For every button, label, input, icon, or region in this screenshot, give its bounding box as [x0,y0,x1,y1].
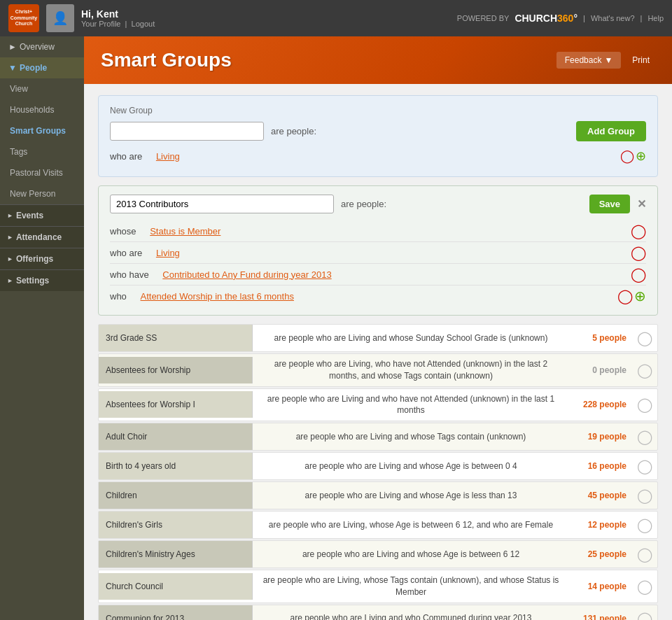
edit-condition-0: whose Status is Member ◯ [110,220,646,242]
greeting-block: Hi, Kent Your Profile | Logout [81,8,155,28]
sidebar-people-header[interactable]: ▼ People [0,57,84,78]
sidebar-section-attendance[interactable]: ► Attendance [0,226,84,248]
offerings-arrow-icon: ► [7,255,13,262]
remove-group-button[interactable]: ◯ [637,579,652,593]
remove-cond1-button[interactable]: ◯ [631,246,646,260]
close-edit-button[interactable]: ✕ [637,197,646,211]
feedback-button[interactable]: Feedback ▼ [556,52,622,69]
edit-condition-3: who Attended Worship in the last 6 month… [110,286,646,307]
remove-condition-button[interactable]: ◯ [620,150,634,162]
remove-group-button[interactable]: ◯ [637,331,652,345]
group-count: 228 people [569,395,632,414]
cond3-link[interactable]: Attended Worship in the last 6 months [140,291,293,302]
brand-logo: CHURCH360° [514,13,578,24]
sidebar-item-smart-groups[interactable]: Smart Groups [0,120,84,141]
remove-group-button[interactable]: ◯ [637,612,652,620]
sidebar-item-pastoral-visits[interactable]: Pastoral Visits [0,162,84,183]
greeting-name: Hi, Kent [81,8,155,20]
condition-link[interactable]: Living [156,151,180,162]
cond0-actions: ◯ [631,224,646,238]
separator2: | [640,14,643,22]
add-condition-button[interactable]: ⊕ [636,150,646,162]
sidebar-item-view[interactable]: View [0,78,84,99]
sidebar-pastoral-label: Pastoral Visits [10,168,63,178]
group-description: are people who are Living and who have n… [253,389,569,421]
remove-group-button[interactable]: ◯ [637,363,652,377]
group-action: ◯ [632,363,657,377]
settings-arrow-icon: ► [7,277,13,284]
feedback-label: Feedback [565,55,602,65]
group-count: 45 people [569,486,632,505]
group-name[interactable]: Communion for 2013 [99,605,253,620]
help-link[interactable]: Help [648,14,664,22]
group-name[interactable]: Absentees for Worship [99,357,253,383]
sidebar-item-overview[interactable]: ► Overview [0,36,84,57]
top-bar-left: Christ+CommunityChurch 👤 Hi, Kent Your P… [8,4,155,32]
page-title: Smart Groups [101,49,232,71]
edit-group-name-input[interactable] [110,195,334,213]
remove-group-button[interactable]: ◯ [637,430,652,444]
sidebar-item-tags[interactable]: Tags [0,141,84,162]
dropdown-arrow-icon: ▼ [604,55,612,65]
group-row: Children's Ministry Ages are people who … [98,540,658,568]
group-action: ◯ [632,518,657,532]
main-content: Smart Groups Feedback ▼ Print New Group … [84,36,672,620]
greeting-links: Your Profile | Logout [81,20,155,28]
add-cond3-button[interactable]: ⊕ [634,289,646,303]
group-action: ◯ [632,612,657,620]
print-label: Print [632,55,650,65]
sidebar-item-households[interactable]: Households [0,99,84,120]
group-description: are people who are Living, whose Tags co… [253,570,569,603]
cond0-link[interactable]: Status is Member [150,226,220,237]
logout-link[interactable]: Logout [132,20,155,28]
top-bar: Christ+CommunityChurch 👤 Hi, Kent Your P… [0,0,672,36]
group-name[interactable]: Children [99,482,253,509]
remove-cond2-button[interactable]: ◯ [631,267,646,281]
remove-group-button[interactable]: ◯ [637,459,652,473]
sidebar-section-events[interactable]: ► Events [0,204,84,226]
group-name[interactable]: Absentees for Worship I [99,391,253,418]
new-group-input[interactable] [110,122,264,141]
group-name[interactable]: Children's Girls [99,512,253,538]
group-name[interactable]: Adult Choir [99,423,253,450]
add-group-button[interactable]: Add Group [576,121,646,141]
group-description: are people who are Living and whose Age … [253,544,569,565]
sidebar-item-new-person[interactable]: New Person [0,183,84,204]
remove-group-button[interactable]: ◯ [637,518,652,532]
profile-link[interactable]: Your Profile [81,20,120,28]
group-row: Birth to 4 years old are people who are … [98,452,658,480]
sidebar-tags-label: Tags [10,147,27,157]
down-arrow-icon: ▼ [8,63,17,73]
attendance-arrow-icon: ► [7,234,13,241]
group-name[interactable]: Children's Ministry Ages [99,541,253,568]
group-count: 5 people [569,329,632,347]
group-description: are people who are Living, whose Age is … [253,515,569,535]
group-row: Children are people who are Living and w… [98,481,658,509]
save-group-button[interactable]: Save [589,195,630,213]
sidebar-attendance-label: Attendance [16,232,62,242]
remove-group-button[interactable]: ◯ [637,488,652,502]
sidebar-section-settings[interactable]: ► Settings [0,269,84,291]
group-name[interactable]: Church Council [99,573,253,600]
group-count: 19 people [569,428,632,446]
remove-group-button[interactable]: ◯ [637,547,652,561]
group-action: ◯ [632,397,657,411]
group-name[interactable]: 3rd Grade SS [99,325,253,351]
group-row: Communion for 2013 are people who are Li… [98,605,658,620]
group-count: 25 people [569,545,632,563]
sidebar-view-label: View [10,84,28,94]
sidebar-events-label: Events [16,211,43,220]
cond2-link[interactable]: Contributed to Any Fund during year 2013 [162,269,331,280]
print-button[interactable]: Print [626,52,655,69]
remove-cond3-button[interactable]: ◯ [617,289,633,303]
remove-group-button[interactable]: ◯ [637,397,652,411]
page-header-actions: Feedback ▼ Print [556,52,655,69]
remove-cond0-button[interactable]: ◯ [631,224,646,238]
cond2-prefix: who have [110,269,149,280]
whats-new-link[interactable]: What's new? [591,14,635,22]
group-name[interactable]: Birth to 4 years old [99,453,253,479]
cond1-link[interactable]: Living [156,248,180,258]
sidebar-section-offerings[interactable]: ► Offerings [0,248,84,269]
condition-prefix: who are [110,151,142,162]
sidebar-settings-label: Settings [16,276,49,286]
